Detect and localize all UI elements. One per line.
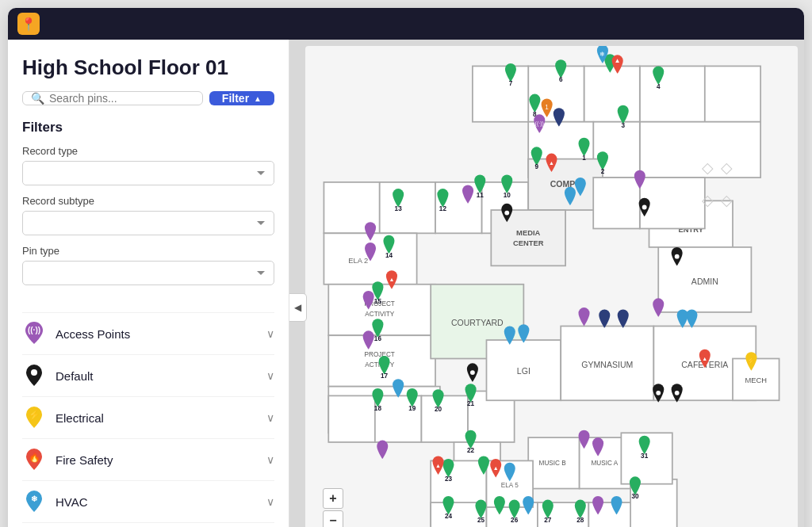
svg-text:20: 20 bbox=[435, 406, 442, 413]
pin-blue-gym2[interactable] bbox=[618, 309, 629, 327]
svg-text:◇: ◇ bbox=[702, 192, 714, 208]
record-type-select[interactable] bbox=[22, 161, 274, 185]
fire-safety-label: Fire Safety bbox=[56, 453, 113, 467]
svg-text:ADMIN: ADMIN bbox=[691, 277, 718, 286]
svg-point-99 bbox=[470, 370, 475, 375]
legend-item-hvac[interactable]: ❄ HVAC ∨ bbox=[22, 480, 274, 522]
map-container: COMP MEDIA CENTER ELA 2 PROJECT ACTIVITY… bbox=[305, 46, 798, 527]
svg-text:27: 27 bbox=[544, 517, 552, 524]
svg-text:3: 3 bbox=[621, 122, 625, 129]
record-subtype-label: Record subtype bbox=[22, 195, 274, 207]
svg-point-1 bbox=[31, 369, 37, 376]
pin-blue-gym1[interactable] bbox=[599, 309, 610, 327]
svg-rect-10 bbox=[473, 66, 528, 121]
app-body: High School Floor 01 🔍 Filter ▲ Filters … bbox=[8, 40, 804, 527]
electrical-label: Electrical bbox=[56, 411, 104, 425]
legend-item-meters[interactable]: ● Meters ∨ bbox=[22, 522, 274, 527]
svg-text:◇: ◇ bbox=[721, 192, 733, 208]
svg-rect-35 bbox=[328, 395, 375, 442]
pin-blue-caf2[interactable] bbox=[677, 309, 688, 327]
legend-item-electrical[interactable]: ⚡ Electrical ∨ bbox=[22, 396, 274, 438]
svg-text:31: 31 bbox=[641, 453, 649, 460]
svg-rect-15 bbox=[380, 182, 435, 233]
page-title: High School Floor 01 bbox=[22, 55, 274, 80]
svg-text:11: 11 bbox=[477, 192, 485, 199]
fire-safety-chevron-icon: ∨ bbox=[266, 453, 274, 466]
svg-rect-20 bbox=[491, 210, 565, 265]
svg-text:28: 28 bbox=[576, 517, 584, 524]
svg-text:((·)): ((·)) bbox=[535, 120, 544, 127]
svg-text:21: 21 bbox=[467, 400, 475, 407]
svg-text:LGI: LGI bbox=[517, 366, 530, 376]
hvac-icon: ❄ bbox=[22, 490, 46, 514]
zoom-out-button[interactable]: − bbox=[323, 510, 343, 527]
svg-text:1: 1 bbox=[545, 104, 549, 111]
pin-type-label: Pin type bbox=[22, 245, 274, 257]
svg-rect-67 bbox=[593, 178, 640, 228]
svg-text:▲: ▲ bbox=[493, 465, 499, 471]
legend-section: ((·)) Access Points ∨ bbox=[22, 312, 274, 527]
hvac-label: HVAC bbox=[56, 495, 88, 509]
filters-section: Filters Record type Record subtype Pin t… bbox=[22, 120, 274, 295]
svg-rect-6 bbox=[640, 66, 705, 121]
pin-wifi-rightmid[interactable] bbox=[653, 298, 664, 316]
electrical-chevron-icon: ∨ bbox=[266, 411, 274, 424]
legend-item-default[interactable]: Default ∨ bbox=[22, 354, 274, 396]
svg-text:25: 25 bbox=[477, 517, 485, 524]
zoom-out-icon: − bbox=[329, 514, 336, 527]
pin-type-select[interactable] bbox=[22, 261, 274, 285]
svg-text:19: 19 bbox=[408, 405, 416, 412]
svg-text:▲: ▲ bbox=[702, 356, 707, 361]
svg-rect-7 bbox=[705, 66, 760, 121]
svg-text:ELA 5: ELA 5 bbox=[501, 482, 519, 489]
map-controls: + − 🖨 bbox=[323, 488, 343, 527]
svg-text:1: 1 bbox=[582, 155, 586, 162]
default-chevron-icon: ∨ bbox=[266, 369, 274, 382]
svg-text:17: 17 bbox=[381, 372, 389, 380]
zoom-in-icon: + bbox=[329, 491, 336, 506]
svg-rect-8 bbox=[584, 66, 640, 121]
svg-point-113 bbox=[675, 391, 680, 395]
svg-text:MUSIC A: MUSIC A bbox=[591, 460, 618, 467]
svg-text:◇: ◇ bbox=[721, 159, 733, 176]
sidebar: High School Floor 01 🔍 Filter ▲ Filters … bbox=[8, 40, 289, 527]
svg-text:▲: ▲ bbox=[549, 160, 554, 166]
svg-text:ELA 2: ELA 2 bbox=[348, 257, 368, 265]
pin-wifi-gym[interactable] bbox=[578, 307, 589, 326]
pin-black-ela3[interactable] bbox=[467, 363, 478, 381]
svg-text:▲: ▲ bbox=[389, 277, 394, 282]
pin-meter-bottom[interactable] bbox=[377, 441, 388, 459]
legend-item-access-points[interactable]: ((·)) Access Points ∨ bbox=[22, 312, 274, 354]
app-icon-symbol: 📍 bbox=[21, 17, 36, 32]
svg-point-112 bbox=[656, 391, 661, 395]
svg-text:MUSIC B: MUSIC B bbox=[539, 460, 567, 467]
app-icon: 📍 bbox=[17, 13, 40, 35]
access-points-chevron-icon: ∨ bbox=[266, 327, 274, 340]
electrical-icon: ⚡ bbox=[22, 406, 46, 430]
svg-text:⚡: ⚡ bbox=[747, 357, 756, 365]
svg-point-109 bbox=[675, 254, 680, 259]
search-icon: 🔍 bbox=[31, 92, 44, 105]
svg-text:23: 23 bbox=[445, 475, 453, 483]
record-subtype-select[interactable] bbox=[22, 211, 274, 235]
svg-text:⚡: ⚡ bbox=[28, 408, 41, 422]
svg-text:4: 4 bbox=[657, 83, 661, 90]
svg-text:24: 24 bbox=[445, 513, 453, 520]
floor-plan-svg: COMP MEDIA CENTER ELA 2 PROJECT ACTIVITY… bbox=[305, 46, 798, 527]
svg-text:🔥: 🔥 bbox=[29, 451, 40, 463]
pin-blue-caf[interactable] bbox=[686, 309, 697, 327]
svg-text:12: 12 bbox=[439, 205, 447, 212]
record-type-label: Record type bbox=[22, 145, 274, 157]
svg-text:14: 14 bbox=[385, 252, 393, 259]
zoom-in-button[interactable]: + bbox=[323, 488, 343, 509]
filter-button[interactable]: Filter ▲ bbox=[209, 91, 274, 105]
legend-item-fire-safety[interactable]: 🔥 Fire Safety ∨ bbox=[22, 438, 274, 480]
search-box: 🔍 bbox=[22, 91, 203, 105]
search-input[interactable] bbox=[49, 92, 194, 105]
collapse-sidebar-button[interactable]: ◀ bbox=[289, 293, 307, 322]
svg-text:▲: ▲ bbox=[615, 57, 621, 64]
svg-text:((·)): ((·)) bbox=[28, 326, 40, 334]
svg-text:❄: ❄ bbox=[31, 495, 37, 503]
svg-text:26: 26 bbox=[511, 517, 519, 524]
svg-text:CENTER: CENTER bbox=[513, 239, 544, 247]
